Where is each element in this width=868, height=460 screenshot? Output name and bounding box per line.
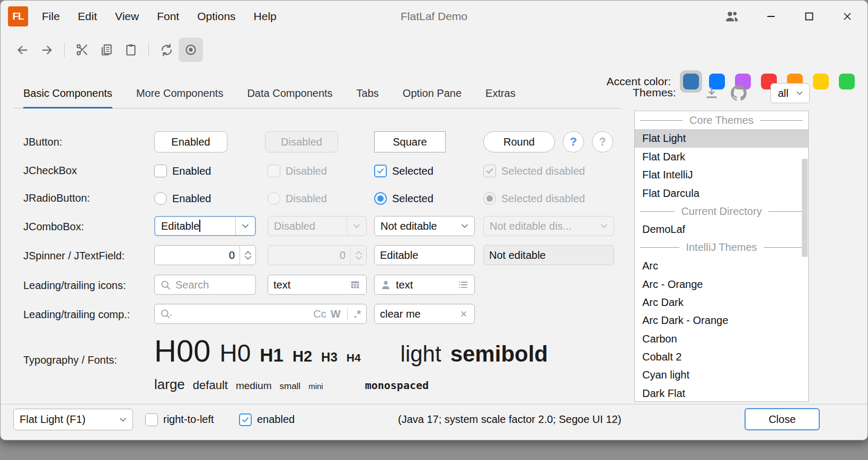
textfield-value: text xyxy=(396,279,453,291)
forward-icon[interactable] xyxy=(34,38,59,62)
round-button[interactable]: Round xyxy=(483,131,555,152)
search-icon xyxy=(160,279,171,291)
tab-data-components[interactable]: Data Components xyxy=(247,80,332,109)
show-hover-toggle-icon[interactable] xyxy=(179,38,203,62)
menu-item-help[interactable]: Help xyxy=(254,10,277,23)
textfield-value: Editable xyxy=(380,249,418,261)
close-button[interactable]: Close xyxy=(745,408,820,430)
tab-basic-components[interactable]: Basic Components xyxy=(23,80,112,109)
chevron-down-icon xyxy=(355,256,362,260)
laf-combobox[interactable]: Flat Light (F1) xyxy=(13,409,133,430)
checkbox-selected[interactable]: Selected xyxy=(374,164,433,178)
theme-item-arc[interactable]: Arc xyxy=(635,257,808,275)
checkbox-checked-icon[interactable] xyxy=(374,165,387,177)
search-field-with-options[interactable]: Cc W .* xyxy=(154,304,367,324)
menu-item-edit[interactable]: Edit xyxy=(78,10,97,23)
checkbox-checked-icon[interactable] xyxy=(239,413,252,426)
spinner-buttons xyxy=(350,246,366,265)
menu-item-file[interactable]: File xyxy=(42,10,60,23)
theme-item-flat-dark[interactable]: Flat Dark xyxy=(635,148,808,166)
chevron-down-icon[interactable] xyxy=(113,409,132,430)
back-icon[interactable] xyxy=(10,38,34,62)
theme-item-arc-dark-orange[interactable]: Arc Dark - Orange xyxy=(635,311,808,329)
search-with-history-icon[interactable] xyxy=(160,308,173,320)
theme-item-dark-flat[interactable]: Dark Flat xyxy=(635,384,808,402)
combobox-editable[interactable]: Editable xyxy=(154,216,256,236)
theme-item-cobalt-2[interactable]: Cobalt 2 xyxy=(635,348,808,366)
theme-item-arc-orange[interactable]: Arc - Orange xyxy=(635,275,808,293)
tab-more-components[interactable]: More Components xyxy=(136,80,224,109)
theme-item-flat-darcula[interactable]: Flat Darcula xyxy=(635,184,808,202)
jbutton-row-label: JButton: xyxy=(23,136,62,148)
accent-swatch-selected-ring xyxy=(680,70,702,93)
theme-item-flat-intellij[interactable]: Flat IntelliJ xyxy=(635,166,808,184)
right-to-left-checkbox[interactable]: right-to-left xyxy=(145,409,214,430)
regex-toggle[interactable]: .* xyxy=(354,308,361,320)
textfield-not-editable: Not editable xyxy=(483,245,614,265)
refresh-icon[interactable] xyxy=(154,38,179,62)
combobox-not-editable[interactable]: Not editable xyxy=(374,216,475,236)
person-icon xyxy=(380,279,392,291)
match-case-toggle[interactable]: Cc xyxy=(313,308,326,320)
textfield-with-person-icon[interactable]: text xyxy=(374,275,475,295)
clearable-field[interactable]: clear me xyxy=(374,304,475,324)
search-field[interactable]: Search xyxy=(154,275,256,295)
tab-tabs[interactable]: Tabs xyxy=(357,80,379,109)
spinner-buttons[interactable] xyxy=(240,246,255,265)
text-caret xyxy=(199,220,200,232)
theme-item-arc-dark[interactable]: Arc Dark xyxy=(635,293,808,311)
checkbox-icon xyxy=(268,165,280,177)
download-icon[interactable] xyxy=(704,85,719,100)
theme-item-flat-light[interactable]: Flat Light xyxy=(635,129,808,147)
close-icon[interactable] xyxy=(841,10,854,23)
menu-item-options[interactable]: Options xyxy=(197,10,235,23)
theme-item-carbon[interactable]: Carbon xyxy=(635,330,808,348)
accent-swatch-blue-selected[interactable] xyxy=(683,74,699,89)
textfield-with-table-icon[interactable]: text xyxy=(268,275,367,295)
combobox-editable-value[interactable]: Editable xyxy=(155,220,235,232)
spinner-value[interactable]: 0 xyxy=(155,249,240,261)
accent-swatch-yellow[interactable] xyxy=(813,74,829,89)
theme-group-label: Current Directory xyxy=(681,205,761,218)
theme-item-demolaf[interactable]: DemoLaf xyxy=(635,220,808,238)
themes-filter-combobox[interactable]: all xyxy=(770,83,810,103)
radio-icon xyxy=(268,192,280,205)
combobox-disabled: Disabled xyxy=(268,216,367,236)
copy-icon[interactable] xyxy=(94,38,119,62)
radio-selected[interactable]: Selected xyxy=(374,191,433,206)
checkbox-label: enabled xyxy=(257,413,295,426)
tab-option-pane[interactable]: Option Pane xyxy=(403,80,462,109)
minimize-icon[interactable] xyxy=(765,10,777,23)
chevron-down-icon[interactable] xyxy=(455,217,474,236)
checkbox-enabled[interactable]: Enabled xyxy=(154,164,211,178)
textfield-editable[interactable]: Editable xyxy=(374,245,475,265)
theme-item-cyan-light[interactable]: Cyan light xyxy=(635,366,808,384)
maximize-icon[interactable] xyxy=(803,10,816,23)
enabled-checkbox[interactable]: enabled xyxy=(239,409,295,430)
list-icon[interactable] xyxy=(457,279,469,291)
paste-icon[interactable] xyxy=(119,38,143,62)
radio-selected-icon[interactable] xyxy=(374,192,387,205)
whole-word-toggle[interactable]: W xyxy=(331,308,341,320)
checkbox-icon[interactable] xyxy=(145,413,158,426)
accent-swatch-green[interactable] xyxy=(839,74,855,89)
menu-item-view[interactable]: View xyxy=(115,10,139,23)
textfield-value: clear me xyxy=(380,308,454,320)
help-button[interactable]: ? xyxy=(563,131,584,152)
enabled-button[interactable]: Enabled xyxy=(154,131,227,152)
tab-extras[interactable]: Extras xyxy=(485,80,516,109)
github-icon[interactable] xyxy=(731,85,747,101)
radio-enabled[interactable]: Enabled xyxy=(154,191,211,206)
square-button[interactable]: Square xyxy=(374,131,446,152)
cut-icon[interactable] xyxy=(70,38,94,62)
themes-list: Core Themes Flat Light Flat Dark Flat In… xyxy=(634,111,809,402)
radio-icon[interactable] xyxy=(154,192,167,205)
checkbox-icon[interactable] xyxy=(154,165,167,177)
users-icon[interactable] xyxy=(724,9,739,24)
scrollbar-thumb[interactable] xyxy=(802,159,808,257)
spinner[interactable]: 0 xyxy=(154,245,256,265)
chevron-down-icon[interactable] xyxy=(235,217,255,235)
table-icon[interactable] xyxy=(349,279,361,291)
menu-item-font[interactable]: Font xyxy=(157,10,179,23)
clear-icon[interactable] xyxy=(458,309,469,319)
